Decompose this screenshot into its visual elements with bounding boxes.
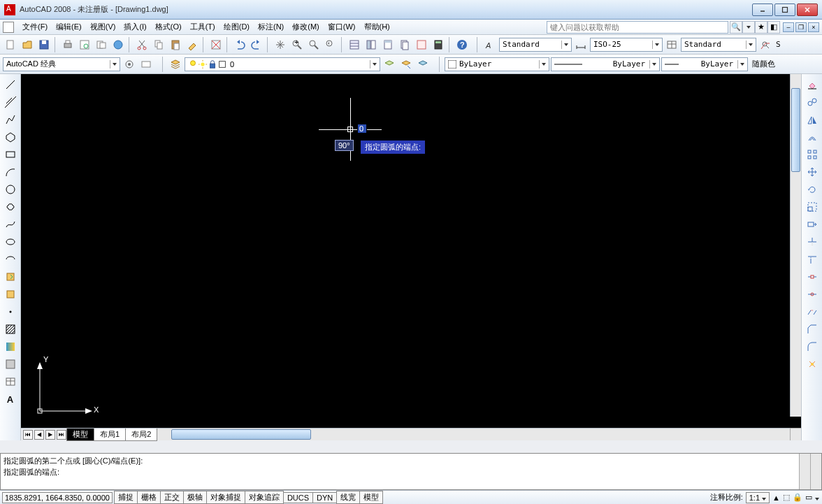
textstyle-combo[interactable]: Standard — [499, 38, 572, 52]
help-button[interactable]: ? — [454, 37, 470, 52]
commcenter-icon[interactable]: ◧ — [767, 21, 780, 34]
maximize-button[interactable] — [774, 3, 795, 16]
workspace-combo[interactable]: AutoCAD 经典 — [3, 57, 120, 71]
drawing-canvas[interactable]: 0 90° 指定圆弧的端点: Y X — [21, 74, 801, 428]
lineweight-combo[interactable]: ByLayer — [661, 57, 748, 71]
layer-state-button[interactable] — [398, 57, 414, 72]
textstyle-button[interactable]: A — [482, 37, 498, 52]
status-ducs[interactable]: DUCS — [283, 492, 313, 503]
print-button[interactable] — [60, 37, 75, 52]
blockeditor-button[interactable] — [208, 37, 224, 52]
ellipse-button[interactable] — [3, 234, 18, 250]
zoom-previous-button[interactable] — [323, 37, 338, 52]
statusbar-tray-icon[interactable]: ▭ — [805, 493, 812, 502]
annoscale-icon[interactable]: ▲ — [772, 494, 780, 502]
zoom-realtime-button[interactable]: + — [289, 37, 305, 52]
spline-button[interactable] — [3, 217, 18, 232]
layer-previous-button[interactable] — [382, 57, 397, 72]
quickcalc-button[interactable] — [431, 37, 446, 52]
mytoolbar-button[interactable] — [138, 57, 154, 72]
table-button[interactable] — [3, 374, 18, 389]
menu-tools[interactable]: 工具(T) — [186, 20, 219, 34]
layer-combo[interactable]: 0 — [185, 57, 380, 71]
mtext-button[interactable]: A — [3, 391, 18, 407]
command-text[interactable]: 指定圆弧的第二个点或 [圆心(C)/端点(E)]: 指定圆弧的端点: — [1, 454, 799, 489]
dimstyle-combo[interactable]: ISO-25 — [590, 38, 663, 52]
region-button[interactable] — [3, 357, 18, 372]
toolpalettes-button[interactable] — [380, 37, 396, 52]
menu-insert[interactable]: 插入(I) — [120, 20, 150, 34]
break-button[interactable] — [805, 269, 820, 285]
status-grid[interactable]: 栅格 — [137, 491, 161, 504]
arc-button[interactable] — [3, 164, 18, 180]
dimstyle-button[interactable] — [573, 37, 589, 52]
multileader-button[interactable] — [758, 37, 773, 52]
polygon-button[interactable] — [3, 129, 18, 145]
doc-restore-button[interactable]: ❐ — [795, 22, 807, 32]
statusbar-menu-icon[interactable] — [815, 494, 819, 502]
tab-layout2[interactable]: 布局2 — [125, 429, 157, 441]
tablestyle-button[interactable] — [664, 37, 679, 52]
linetype-combo[interactable]: ByLayer — [551, 57, 660, 71]
join-button[interactable] — [805, 304, 820, 319]
circle-button[interactable] — [3, 182, 18, 197]
infocenter-dropdown-icon[interactable] — [742, 21, 755, 34]
help-search-input[interactable] — [547, 21, 728, 34]
color-combo[interactable]: ByLayer — [445, 57, 549, 71]
status-polar[interactable]: 极轴 — [183, 491, 207, 504]
open-button[interactable] — [20, 37, 35, 52]
designcenter-button[interactable] — [363, 37, 379, 52]
infocenter-search-icon[interactable]: 🔍 — [730, 21, 742, 34]
properties-button[interactable] — [347, 37, 362, 52]
scale-button[interactable] — [805, 199, 820, 215]
extend-button[interactable] — [805, 252, 820, 267]
status-coordinates[interactable]: 1835.8291, 1664.8350, 0.0000 — [2, 492, 113, 503]
pan-button[interactable] — [273, 37, 288, 52]
copy-button[interactable] — [151, 37, 166, 52]
offset-button[interactable] — [805, 129, 820, 145]
matchprop-button[interactable] — [185, 37, 200, 52]
revcloud-button[interactable] — [3, 199, 18, 215]
rectangle-button[interactable] — [3, 147, 18, 162]
3ddwf-button[interactable] — [110, 37, 126, 52]
explode-button[interactable] — [805, 357, 820, 372]
ellipsearc-button[interactable] — [3, 252, 18, 267]
doc-close-button[interactable]: × — [808, 22, 819, 32]
layer-manager-button[interactable] — [168, 57, 183, 72]
menu-help[interactable]: 帮助(H) — [360, 20, 394, 34]
markup-button[interactable] — [414, 37, 429, 52]
statusbar-lock-icon[interactable]: 🔒 — [793, 493, 802, 502]
fillet-button[interactable] — [805, 339, 820, 354]
dynamic-input-box[interactable]: 0 — [357, 124, 367, 134]
status-lwt[interactable]: 线宽 — [336, 491, 360, 504]
status-otrack[interactable]: 对象追踪 — [245, 491, 284, 504]
vertical-scrollbar[interactable] — [790, 74, 801, 417]
status-osnap[interactable]: 对象捕捉 — [206, 491, 245, 504]
breakatpoint-button[interactable] — [805, 287, 820, 302]
minimize-button[interactable] — [752, 3, 773, 16]
xline-button[interactable] — [3, 94, 18, 110]
tab-model[interactable]: 模型 — [66, 429, 94, 441]
tab-nav-prev[interactable]: ◀ — [34, 430, 44, 440]
menu-draw[interactable]: 绘图(D) — [219, 20, 254, 34]
menu-format[interactable]: 格式(O) — [151, 20, 186, 34]
tab-nav-last[interactable]: ⏭ — [57, 430, 66, 440]
doc-minimize-button[interactable]: – — [783, 22, 794, 32]
stretch-button[interactable] — [805, 217, 820, 232]
command-grip[interactable] — [810, 454, 821, 489]
tab-layout1[interactable]: 布局1 — [94, 429, 126, 441]
publish-button[interactable] — [94, 37, 109, 52]
erase-button[interactable] — [805, 77, 820, 92]
workspace-settings-button[interactable] — [122, 57, 137, 72]
mirror-button[interactable] — [805, 112, 820, 127]
undo-button[interactable] — [232, 37, 247, 52]
point-button[interactable] — [3, 304, 18, 319]
menu-window[interactable]: 窗口(W) — [324, 20, 360, 34]
zoom-window-button[interactable] — [306, 37, 322, 52]
command-window[interactable]: 指定圆弧的第二个点或 [圆心(C)/端点(E)]: 指定圆弧的端点: — [0, 453, 822, 490]
new-button[interactable] — [3, 37, 18, 52]
status-dyn[interactable]: DYN — [312, 492, 337, 503]
sheetset-button[interactable] — [397, 37, 412, 52]
makeblock-button[interactable] — [3, 287, 18, 302]
plot-preview-button[interactable] — [77, 37, 92, 52]
